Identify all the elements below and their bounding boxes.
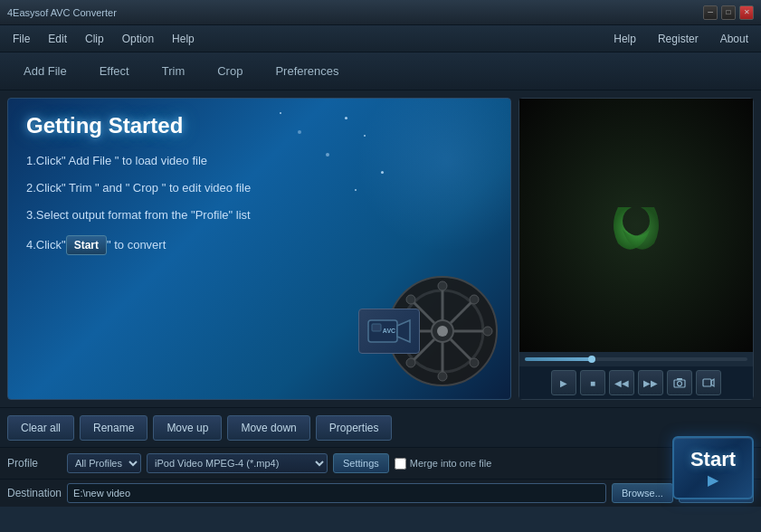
- tab-effect[interactable]: Effect: [83, 59, 146, 83]
- avc-badge: AVC: [358, 309, 420, 354]
- gs-step-3: 3.Select output format from the "Profile…: [26, 207, 492, 223]
- bottom-area: Profile All Profiles iPod Video MPEG-4 (…: [0, 447, 761, 507]
- svg-point-15: [406, 295, 415, 304]
- fast-forward-button[interactable]: ▶▶: [638, 370, 663, 395]
- svg-point-14: [483, 327, 492, 336]
- tab-add-file[interactable]: Add File: [7, 59, 83, 83]
- menu-file[interactable]: File: [4, 29, 39, 49]
- clear-all-button[interactable]: Clear all: [7, 415, 74, 441]
- toolbar: Add File Effect Trim Crop Preferences: [0, 52, 761, 90]
- getting-started-title: Getting Started: [26, 113, 492, 138]
- gs-step-1: 1.Click" Add File " to load video file: [26, 153, 492, 169]
- preview-logo-icon: [600, 189, 672, 261]
- preview-panel: ▶ ■ ◀◀ ▶▶: [518, 98, 754, 400]
- rename-button[interactable]: Rename: [80, 415, 147, 441]
- menu-about[interactable]: About: [711, 29, 757, 49]
- svg-point-12: [438, 372, 447, 381]
- merge-checkbox[interactable]: [395, 458, 406, 470]
- controls-row: Clear all Rename Move up Move down Prope…: [0, 407, 761, 447]
- menu-option[interactable]: Option: [113, 29, 163, 49]
- menu-right-group: Help Register About: [604, 29, 757, 49]
- preview-controls: ▶ ■ ◀◀ ▶▶: [519, 366, 753, 399]
- app-title: 4Easysof AVC Converter: [7, 7, 703, 18]
- profile-select[interactable]: All Profiles: [67, 453, 141, 473]
- svg-point-16: [470, 358, 479, 367]
- snapshot-button[interactable]: [667, 370, 692, 395]
- svg-marker-28: [711, 379, 714, 386]
- move-up-button[interactable]: Move up: [153, 415, 222, 441]
- window-controls: ─ □ ✕: [703, 5, 754, 20]
- seekbar-track[interactable]: [525, 357, 747, 361]
- menu-help-right[interactable]: Help: [604, 29, 645, 49]
- tab-trim[interactable]: Trim: [146, 59, 202, 83]
- menu-edit[interactable]: Edit: [39, 29, 76, 49]
- menu-clip[interactable]: Clip: [76, 29, 113, 49]
- svg-point-25: [678, 382, 682, 386]
- move-down-button[interactable]: Move down: [227, 415, 309, 441]
- menu-help[interactable]: Help: [163, 29, 204, 49]
- seekbar-handle[interactable]: [588, 356, 595, 363]
- gs-step-4: 4.Click"Start" to convert: [26, 235, 492, 256]
- rewind-button[interactable]: ◀◀: [609, 370, 634, 395]
- svg-rect-22: [372, 324, 381, 331]
- start-arrow-icon: ▶: [708, 471, 718, 489]
- start-button[interactable]: Start ▶: [672, 436, 754, 499]
- getting-started-panel: Getting Started 1.Click" Add File " to l…: [7, 98, 511, 400]
- preview-screen: [519, 99, 753, 352]
- main-area: Getting Started 1.Click" Add File " to l…: [0, 90, 761, 407]
- play-button[interactable]: ▶: [551, 370, 576, 395]
- svg-marker-21: [397, 320, 410, 342]
- merge-label: Merge into one file: [410, 458, 492, 469]
- svg-rect-26: [677, 378, 682, 380]
- settings-row: Profile All Profiles iPod Video MPEG-4 (…: [0, 447, 761, 479]
- browse-button[interactable]: Browse...: [612, 483, 673, 503]
- close-button[interactable]: ✕: [739, 5, 754, 20]
- svg-rect-27: [703, 379, 711, 386]
- svg-point-19: [437, 326, 448, 337]
- format-select[interactable]: iPod Video MPEG-4 (*.mp4): [147, 453, 328, 473]
- maximize-button[interactable]: □: [721, 5, 736, 20]
- svg-point-18: [406, 358, 415, 367]
- destination-row: Destination Browse... Open Folder: [0, 479, 761, 507]
- seekbar-fill: [525, 357, 592, 361]
- properties-button[interactable]: Properties: [316, 415, 393, 441]
- menubar: File Edit Clip Option Help Help Register…: [0, 25, 761, 52]
- merge-checkbox-group: Merge into one file: [395, 458, 492, 470]
- camera-button[interactable]: [696, 370, 721, 395]
- stop-button[interactable]: ■: [580, 370, 605, 395]
- profile-label: Profile: [7, 457, 62, 470]
- gs-step-2: 2.Click" Trim " and " Crop " to edit vid…: [26, 180, 492, 196]
- start-button-label: Start: [690, 448, 736, 471]
- tab-crop[interactable]: Crop: [201, 59, 259, 83]
- destination-input[interactable]: [67, 483, 606, 503]
- settings-button[interactable]: Settings: [333, 453, 389, 473]
- titlebar: 4Easysof AVC Converter ─ □ ✕: [0, 0, 761, 25]
- preview-seekbar[interactable]: [519, 352, 753, 366]
- svg-point-17: [470, 295, 479, 304]
- svg-text:AVC: AVC: [383, 328, 395, 334]
- tab-preferences[interactable]: Preferences: [259, 59, 355, 83]
- menu-register[interactable]: Register: [649, 29, 708, 49]
- destination-label: Destination: [7, 487, 62, 499]
- svg-point-11: [438, 281, 447, 290]
- minimize-button[interactable]: ─: [703, 5, 718, 20]
- gs-start-badge: Start: [66, 235, 107, 256]
